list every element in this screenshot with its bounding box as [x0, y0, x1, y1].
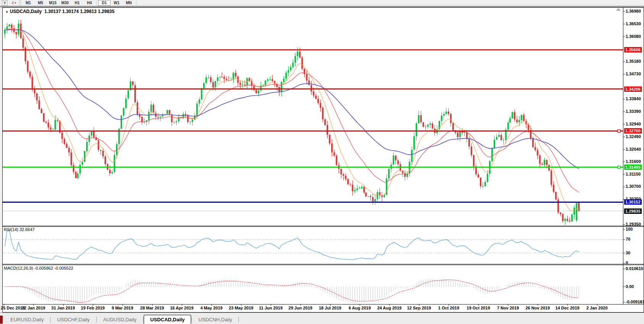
- price-tick-label: 1.31150: [626, 172, 641, 176]
- line-price-label: 1.31405: [624, 164, 642, 170]
- tab-separator: [191, 317, 192, 322]
- price-tick-label: 1.36080: [626, 34, 641, 39]
- tab-bar-left-marker: [0, 316, 3, 324]
- chart-title: ▼USDCAD,Daily 1.30137 1.30174 1.29813 1.…: [5, 9, 114, 14]
- macd-indicator-label: MACD(12,26,9) -0.005862 -0.005522: [4, 266, 73, 270]
- symbol-label: USDCAD,Daily: [10, 9, 42, 14]
- price-tick-label: 1.33840: [626, 96, 641, 101]
- tab-separator: [143, 317, 143, 322]
- price-tick-label: 1.31600: [626, 159, 641, 164]
- price-tick-label: 1.32940: [626, 122, 641, 126]
- tab-usdcnh-daily[interactable]: USDCNH,Daily: [192, 316, 238, 324]
- price-tick-label: 1.32490: [626, 134, 641, 139]
- price-tick-label: 1.30700: [626, 184, 641, 189]
- price-tick-label: 1.32040: [626, 147, 641, 151]
- line-price-label: 1.35606: [624, 47, 642, 52]
- macd-tick-label: -0.009181: [626, 300, 644, 304]
- macd-tick-label: 0.010615: [626, 266, 643, 271]
- line-price-label: 1.30152: [624, 199, 642, 205]
- rsi-tick-label: 100: [626, 227, 633, 231]
- chart-tab-bar: EURUSD,DailyUSDCHF,DailyAUDUSD,DailyUSDC…: [0, 313, 644, 324]
- chart-window: [3, 8, 644, 313]
- rsi-tick-label: 0: [626, 261, 628, 265]
- macd-tick-label: 0.00: [626, 284, 634, 289]
- price-tick-label: 1.36980: [626, 9, 641, 13]
- tab-usdcad-daily[interactable]: USDCAD,Daily: [144, 315, 191, 324]
- date-tick-label: 2 Jan 2020: [579, 306, 615, 310]
- tab-usdchf-daily[interactable]: USDCHF,Daily: [51, 316, 96, 324]
- tab-audusd-daily[interactable]: AUDUSD,Daily: [97, 316, 143, 324]
- tab-separator: [50, 317, 50, 322]
- tab-eurusd-daily[interactable]: EURUSD,Daily: [4, 316, 50, 324]
- line-handle[interactable]: [618, 130, 620, 132]
- tab-separator: [238, 317, 239, 322]
- line-price-label: 1.32700: [624, 128, 642, 134]
- line-handle[interactable]: [618, 166, 620, 168]
- price-tick-label: 1.34730: [626, 72, 641, 76]
- price-tick-label: 1.36530: [626, 21, 641, 26]
- symbol-caret-icon[interactable]: ▼: [5, 10, 8, 14]
- rsi-tick-label: 70: [626, 237, 630, 241]
- current-price-label: 1.29835: [624, 208, 642, 214]
- ohlc-values: 1.30137 1.30174 1.29813 1.29835: [44, 9, 115, 14]
- price-tick-label: 1.35180: [626, 59, 641, 63]
- chart-canvas[interactable]: [0, 0, 644, 324]
- line-price-label: 1.34206: [624, 86, 642, 92]
- price-tick-label: 1.33390: [626, 109, 641, 114]
- rsi-tick-label: 30: [626, 251, 630, 255]
- rsi-indicator-label: RSI(14) 32.6647: [4, 227, 35, 232]
- price-tick-label: 1.29350: [626, 222, 641, 226]
- tab-separator: [96, 317, 97, 322]
